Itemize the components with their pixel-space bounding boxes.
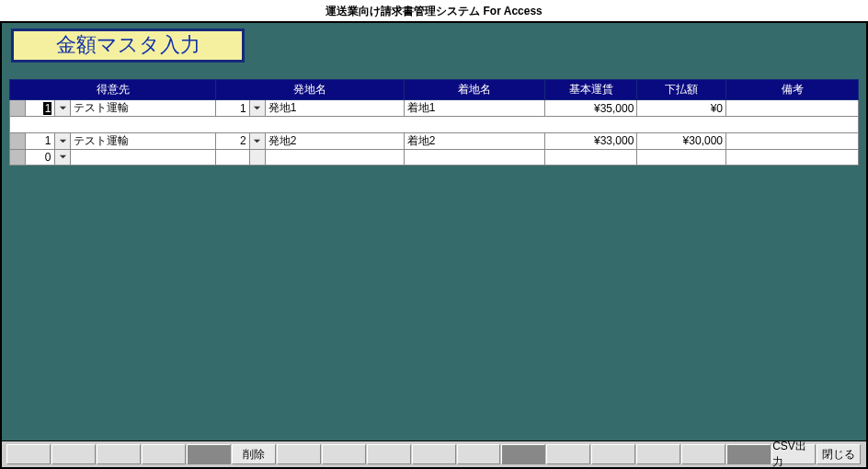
row-selector[interactable] [10, 132, 26, 149]
subpayment-cell[interactable]: ¥30,000 [637, 132, 726, 149]
delete-button[interactable]: 削除 [232, 444, 276, 464]
base-fare-cell[interactable] [544, 149, 637, 166]
remarks-cell[interactable] [726, 132, 859, 149]
footer-slot-6[interactable] [277, 444, 321, 464]
footer-slot-10[interactable] [457, 444, 501, 464]
customer-dropdown-icon[interactable] [55, 149, 71, 166]
origin-id-input[interactable]: 2 [216, 132, 249, 149]
col-tokuisaki: 得意先 [10, 80, 216, 100]
app-titlebar: 運送業向け請求書管理システム For Access [0, 0, 868, 21]
customer-id-input[interactable]: 1 [26, 132, 55, 149]
customer-name-cell[interactable] [71, 149, 216, 166]
footer-slot-12[interactable] [546, 444, 590, 464]
grid-header-row: 得意先 発地名 着地名 基本運賃 下払額 備考 [10, 80, 859, 100]
footer-slot-9[interactable] [412, 444, 456, 464]
row-selector[interactable] [10, 100, 26, 117]
col-chakuchi: 着地名 [404, 80, 544, 100]
page-title: 金額マスタ入力 [11, 29, 245, 63]
base-fare-cell[interactable]: ¥33,000 [544, 132, 637, 149]
table-row[interactable]: 1テスト運輸1発地1着地1¥35,000¥0 [10, 100, 859, 117]
footer-slot-2[interactable] [51, 444, 96, 464]
footer-slot-3[interactable] [97, 444, 141, 464]
csv-export-button[interactable]: CSV出力 [771, 444, 816, 464]
destination-name-cell[interactable] [404, 149, 544, 166]
footer-slot-13[interactable] [591, 444, 635, 464]
origin-id-input[interactable] [216, 149, 249, 166]
footer-slot-4[interactable] [142, 444, 186, 464]
destination-name-cell[interactable]: 着地2 [404, 132, 544, 149]
amount-master-grid: 得意先 発地名 着地名 基本運賃 下払額 備考 1テスト運輸1発地1着地1¥35… [9, 79, 859, 166]
col-biko: 備考 [726, 80, 859, 100]
customer-dropdown-icon[interactable] [55, 132, 71, 149]
table-row[interactable]: 0 [10, 149, 859, 166]
origin-name-cell[interactable] [265, 149, 404, 166]
close-button[interactable]: 閉じる [817, 444, 861, 464]
col-hatchi: 発地名 [216, 80, 404, 100]
destination-name-cell[interactable]: 着地1 [404, 100, 544, 117]
origin-name-cell[interactable]: 発地1 [265, 100, 404, 117]
customer-name-cell[interactable]: テスト運輸 [71, 100, 216, 117]
main-area: 金額マスタ入力 得意先 発地名 着地名 基本運賃 下払額 備考 [0, 21, 868, 440]
customer-id-input[interactable]: 0 [26, 149, 55, 166]
customer-dropdown-icon[interactable] [55, 100, 71, 117]
origin-id-input[interactable]: 1 [216, 100, 249, 117]
row-selector[interactable] [10, 149, 26, 166]
footer-separator-2 [501, 444, 545, 464]
origin-name-cell[interactable]: 発地2 [265, 132, 404, 149]
footer-slot-15[interactable] [681, 444, 725, 464]
footer-slot-14[interactable] [636, 444, 680, 464]
customer-id-input[interactable]: 1 [26, 100, 55, 117]
origin-dropdown-icon[interactable] [249, 132, 265, 149]
customer-name-cell[interactable]: テスト運輸 [71, 132, 216, 149]
remarks-cell[interactable] [726, 100, 859, 117]
footer-toolbar: 削除 CSV出力 閉じる [0, 440, 868, 469]
remarks-cell[interactable] [726, 149, 859, 166]
footer-slot-1[interactable] [6, 444, 51, 464]
col-kihon: 基本運賃 [544, 80, 637, 100]
col-shita: 下払額 [637, 80, 726, 100]
table-row[interactable]: 1テスト運輸2発地2着地2¥33,000¥30,000 [10, 132, 859, 149]
footer-separator-3 [726, 444, 771, 464]
base-fare-cell[interactable]: ¥35,000 [544, 100, 637, 117]
origin-dropdown-icon[interactable] [249, 149, 265, 166]
subpayment-cell[interactable]: ¥0 [637, 100, 726, 117]
footer-separator-1 [187, 444, 231, 464]
origin-dropdown-icon[interactable] [249, 100, 265, 117]
footer-slot-7[interactable] [322, 444, 366, 464]
subpayment-cell[interactable] [637, 149, 726, 166]
footer-slot-8[interactable] [367, 444, 411, 464]
